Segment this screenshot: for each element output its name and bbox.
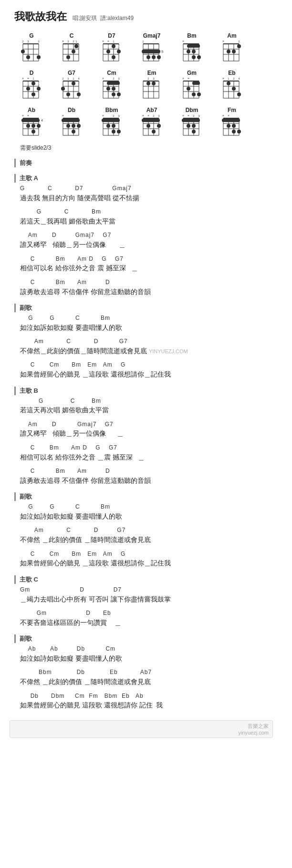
svg-point-219 xyxy=(112,130,115,133)
chord-line-2vc: Gm D Eb xyxy=(20,609,278,617)
svg-point-252 xyxy=(192,130,196,133)
song-title: 我歌故我在 xyxy=(14,10,67,24)
chord-line-2b: Am D Gmaj7 G7 xyxy=(20,420,278,429)
svg-point-269 xyxy=(237,130,241,133)
svg-point-234 xyxy=(146,124,150,128)
svg-point-113 xyxy=(66,92,70,96)
svg-text:×: × xyxy=(228,114,229,117)
svg-text:×: × xyxy=(102,40,104,43)
section-chorus-3-label: 副歌 xyxy=(14,634,278,643)
chord-dbm: Dbm × × 2 3 xyxy=(175,107,209,139)
svg-point-172 xyxy=(232,87,236,91)
section-chorus-3: 副歌 Ab Ab Db Cm 如泣如詩如歌如癡 要盡唱懂人的歌 Bbm Db E… xyxy=(14,634,278,711)
chord-bm: Bm × xyxy=(175,32,209,65)
svg-point-130 xyxy=(106,87,110,91)
chord-gmaj7: Gmaj7 5 1 xyxy=(135,32,169,65)
svg-point-99 xyxy=(37,87,41,91)
lyric-line-4a: 相信可以名 給你弦外之音 震 撼至深 ＿ xyxy=(20,263,278,273)
svg-text:×: × xyxy=(142,114,144,117)
svg-rect-54 xyxy=(142,50,160,53)
svg-text:×: × xyxy=(62,40,64,43)
svg-text:2: 2 xyxy=(62,77,64,80)
svg-point-145 xyxy=(152,82,156,85)
lyric-line-3a: 誰又稀罕 傾聽＿另一位偶像 ＿ xyxy=(20,239,278,250)
chord-g7: G7 2 3 1 4 xyxy=(54,70,89,102)
svg-rect-129 xyxy=(107,82,120,85)
section-chorus-1: 副歌 G G C Bm 如泣如訴如歌如癡 要盡唱懂人的歌 Am C D G7 不… xyxy=(14,304,278,380)
svg-text:2: 2 xyxy=(107,45,109,48)
svg-text:1: 1 xyxy=(32,77,34,80)
svg-point-132 xyxy=(112,92,115,96)
svg-point-173 xyxy=(237,92,241,96)
chord-cm: Cm × 2 3 xyxy=(94,70,129,102)
svg-point-85 xyxy=(237,44,241,48)
chord-eb: Eb × 1 2 4 xyxy=(215,70,249,102)
section-verse-c-label: 主歌 C xyxy=(14,575,278,584)
svg-point-220 xyxy=(117,130,121,133)
svg-point-191 xyxy=(31,130,35,133)
svg-point-58 xyxy=(152,55,156,59)
svg-text:×: × xyxy=(22,114,24,117)
svg-point-71 xyxy=(192,50,196,53)
lyric-line-1a: 過去我 無目的方向 隨便高聲唱 從不怯揚 xyxy=(20,193,278,203)
svg-point-23 xyxy=(66,55,70,59)
svg-text:×: × xyxy=(27,114,29,117)
chord-line-4a: C Bm Am D G G7 xyxy=(20,255,278,263)
svg-rect-216 xyxy=(102,119,120,122)
chord-line-3c2: C Cm Bm Em Am G xyxy=(20,550,278,558)
svg-point-144 xyxy=(146,82,150,85)
svg-text:3: 3 xyxy=(27,40,29,43)
svg-text:×: × xyxy=(188,77,189,80)
svg-point-39 xyxy=(112,44,115,48)
chord-line-2c2: Am C D G7 xyxy=(20,526,278,534)
lyric-line-3c2: 如果曾經留心的聽見 ＿這段歌 還很想請你＿記住我 xyxy=(20,558,278,568)
svg-point-206 xyxy=(72,130,75,133)
svg-text:2: 2 xyxy=(27,82,29,85)
svg-point-251 xyxy=(192,124,196,128)
svg-text:2: 2 xyxy=(238,40,240,43)
svg-text:5: 5 xyxy=(161,50,164,54)
svg-text:×: × xyxy=(222,114,224,117)
svg-point-236 xyxy=(152,130,156,133)
svg-text:3: 3 xyxy=(118,45,120,48)
lyric-line-5a: 該勇敢去追尋 不信傷伴 你留意這動聽的音韻 xyxy=(20,286,278,297)
svg-point-83 xyxy=(227,50,230,53)
svg-text:×: × xyxy=(188,114,189,117)
chord-line-4b: C Bm Am D xyxy=(20,467,278,475)
svg-rect-233 xyxy=(142,119,160,122)
chord-line-2a: G C Bm xyxy=(20,208,278,216)
note-text: 需要slide2/3 xyxy=(14,144,278,152)
svg-text:×: × xyxy=(22,77,24,80)
svg-point-218 xyxy=(112,124,115,128)
svg-point-10 xyxy=(37,55,41,59)
section-verse-c: 主歌 C Gm D D7 ＿竭力去唱出心中所有 可否叫 讓下你盡情嘗我鼓掌 Gm… xyxy=(14,575,278,628)
svg-point-268 xyxy=(232,130,236,133)
svg-point-190 xyxy=(37,124,41,128)
lyric-line-2c2: 不偉然 ＿此刻的價值 ＿隨時間流逝或會見底 xyxy=(20,534,278,545)
svg-point-8 xyxy=(21,50,25,53)
svg-text:4: 4 xyxy=(238,77,240,80)
section-prelude-label: 前奏 xyxy=(14,159,278,167)
svg-text:1: 1 xyxy=(142,40,144,43)
chord-line-1c2: G G C Bm xyxy=(20,503,278,511)
svg-text:1: 1 xyxy=(73,77,74,80)
chord-line-3c3: Db Dbm Cm Fm Bbm Eb Ab xyxy=(20,692,278,700)
svg-point-203 xyxy=(66,124,70,128)
chord-line-1a: G C D7 Gmaj7 xyxy=(20,184,278,193)
chord-ab7: Ab7 × × 2 3 xyxy=(135,107,169,139)
svg-rect-202 xyxy=(62,119,80,122)
chord-line-1b: G C Bm xyxy=(20,397,278,405)
svg-text:×: × xyxy=(222,40,224,43)
chord-ab: Ab × × 4 xyxy=(14,107,49,139)
svg-text:×: × xyxy=(182,77,184,80)
svg-point-131 xyxy=(112,87,115,91)
svg-point-84 xyxy=(232,50,236,53)
svg-point-171 xyxy=(227,82,230,85)
chord-bbm: Bbm × 2 3 xyxy=(94,107,129,139)
svg-text:2: 2 xyxy=(113,77,115,80)
svg-point-250 xyxy=(187,124,190,128)
svg-text:×: × xyxy=(182,40,184,43)
svg-text:2: 2 xyxy=(153,114,155,117)
svg-point-40 xyxy=(106,50,110,53)
svg-rect-158 xyxy=(192,82,200,85)
